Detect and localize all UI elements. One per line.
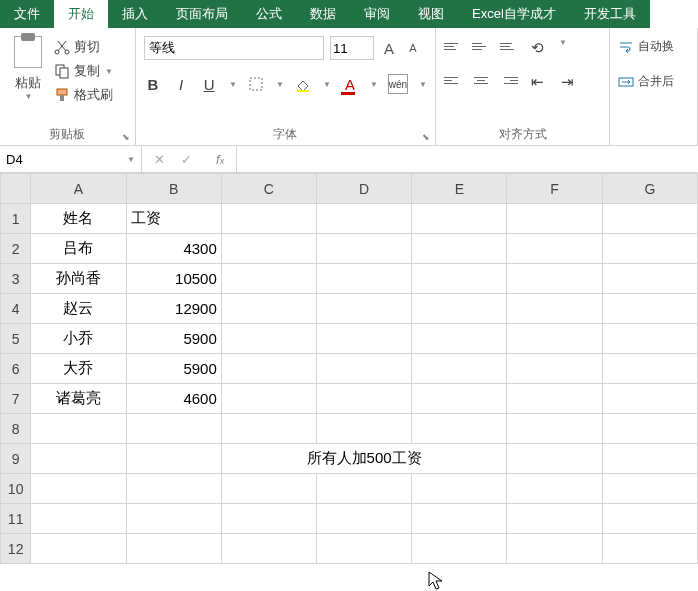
- cell[interactable]: [221, 294, 316, 324]
- cell[interactable]: [317, 324, 412, 354]
- cell[interactable]: [507, 534, 602, 564]
- align-right-button[interactable]: [500, 72, 518, 88]
- cell[interactable]: [317, 504, 412, 534]
- cell[interactable]: [602, 444, 697, 474]
- paste-button[interactable]: 粘贴 ▼: [8, 36, 48, 104]
- cancel-icon[interactable]: ✕: [154, 152, 165, 167]
- select-all-corner[interactable]: [1, 174, 31, 204]
- cell[interactable]: [221, 234, 316, 264]
- tab-view[interactable]: 视图: [404, 0, 458, 28]
- font-color-button[interactable]: A: [341, 74, 359, 94]
- cell[interactable]: [507, 444, 602, 474]
- cell[interactable]: 10500: [126, 264, 221, 294]
- cell[interactable]: [602, 504, 697, 534]
- cell[interactable]: 孙尚香: [31, 264, 126, 294]
- cell[interactable]: [507, 354, 602, 384]
- font-size-select[interactable]: [330, 36, 374, 60]
- row-header[interactable]: 9: [1, 444, 31, 474]
- tab-layout[interactable]: 页面布局: [162, 0, 242, 28]
- phonetic-button[interactable]: wén: [388, 74, 408, 94]
- cell[interactable]: [412, 414, 507, 444]
- wrap-text-button[interactable]: 自动换: [618, 38, 689, 55]
- col-header[interactable]: C: [221, 174, 316, 204]
- cell[interactable]: [317, 384, 412, 414]
- cell[interactable]: [602, 264, 697, 294]
- row-header[interactable]: 8: [1, 414, 31, 444]
- merge-button[interactable]: 合并后: [618, 73, 689, 90]
- confirm-icon[interactable]: ✓: [181, 152, 192, 167]
- tab-insert[interactable]: 插入: [108, 0, 162, 28]
- cell[interactable]: [412, 534, 507, 564]
- cell[interactable]: 5900: [126, 324, 221, 354]
- cell[interactable]: [507, 474, 602, 504]
- cell[interactable]: [412, 504, 507, 534]
- cell[interactable]: 所有人加500工资: [221, 444, 507, 474]
- cell[interactable]: [317, 204, 412, 234]
- tab-formula[interactable]: 公式: [242, 0, 296, 28]
- tab-data[interactable]: 数据: [296, 0, 350, 28]
- cell[interactable]: [221, 264, 316, 294]
- col-header[interactable]: A: [31, 174, 126, 204]
- cell[interactable]: 4600: [126, 384, 221, 414]
- col-header[interactable]: E: [412, 174, 507, 204]
- col-header[interactable]: G: [602, 174, 697, 204]
- indent-decrease-button[interactable]: ⇤: [528, 72, 548, 92]
- row-header[interactable]: 3: [1, 264, 31, 294]
- align-bottom-button[interactable]: [500, 38, 518, 54]
- cell[interactable]: [221, 204, 316, 234]
- tab-devtools[interactable]: 开发工具: [570, 0, 650, 28]
- cell[interactable]: [317, 354, 412, 384]
- tab-review[interactable]: 审阅: [350, 0, 404, 28]
- align-center-button[interactable]: [472, 72, 490, 88]
- cell[interactable]: [507, 414, 602, 444]
- cell[interactable]: [221, 324, 316, 354]
- cell[interactable]: [221, 414, 316, 444]
- cell[interactable]: [412, 354, 507, 384]
- cell[interactable]: [31, 474, 126, 504]
- increase-font-icon[interactable]: A: [380, 39, 398, 57]
- align-middle-button[interactable]: [472, 38, 490, 54]
- cell[interactable]: [602, 534, 697, 564]
- cell[interactable]: [507, 264, 602, 294]
- cell[interactable]: 姓名: [31, 204, 126, 234]
- fx-icon[interactable]: fx: [216, 152, 224, 167]
- dialog-launcher-icon[interactable]: ⬊: [422, 132, 432, 142]
- cell[interactable]: [412, 324, 507, 354]
- cell[interactable]: [221, 354, 316, 384]
- font-name-select[interactable]: [144, 36, 324, 60]
- cell[interactable]: [126, 534, 221, 564]
- cell[interactable]: [317, 414, 412, 444]
- cell[interactable]: [31, 414, 126, 444]
- tab-custom1[interactable]: Excel自学成才: [458, 0, 570, 28]
- cell[interactable]: [31, 444, 126, 474]
- cell[interactable]: 吕布: [31, 234, 126, 264]
- cell[interactable]: [221, 384, 316, 414]
- cell[interactable]: [412, 234, 507, 264]
- cell[interactable]: 小乔: [31, 324, 126, 354]
- cell[interactable]: [602, 384, 697, 414]
- row-header[interactable]: 12: [1, 534, 31, 564]
- row-header[interactable]: 5: [1, 324, 31, 354]
- row-header[interactable]: 10: [1, 474, 31, 504]
- cell[interactable]: [412, 474, 507, 504]
- cut-button[interactable]: 剪切: [54, 38, 113, 56]
- cell[interactable]: [412, 294, 507, 324]
- cell[interactable]: [602, 204, 697, 234]
- row-header[interactable]: 6: [1, 354, 31, 384]
- decrease-font-icon[interactable]: A: [404, 39, 422, 57]
- orientation-button[interactable]: ⟲: [528, 38, 548, 58]
- indent-increase-button[interactable]: ⇥: [558, 72, 578, 92]
- cell[interactable]: [412, 384, 507, 414]
- italic-button[interactable]: I: [172, 74, 190, 94]
- underline-button[interactable]: U: [200, 74, 218, 94]
- cell[interactable]: [126, 444, 221, 474]
- cell[interactable]: [507, 234, 602, 264]
- cell[interactable]: [412, 204, 507, 234]
- border-button[interactable]: [247, 74, 265, 94]
- cell[interactable]: [507, 324, 602, 354]
- cell[interactable]: [412, 264, 507, 294]
- cell[interactable]: [602, 324, 697, 354]
- dialog-launcher-icon[interactable]: ⬊: [122, 132, 132, 142]
- cell[interactable]: [31, 534, 126, 564]
- cell[interactable]: [317, 264, 412, 294]
